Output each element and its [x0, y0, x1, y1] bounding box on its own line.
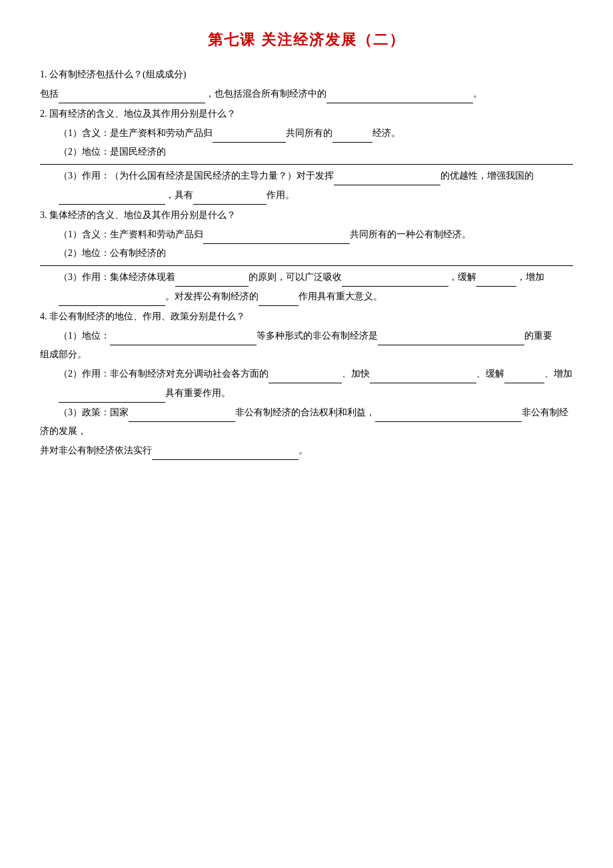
q2-blank5	[193, 185, 267, 205]
q4-blank5	[504, 364, 544, 383]
q4-blank1	[110, 326, 257, 345]
q2-heading: 2. 国有经济的含义、地位及其作用分别是什么？	[40, 105, 573, 123]
q3-heading: 3. 集体经济的含义、地位及其作用分别是什么？	[40, 206, 573, 225]
q4-3: （3）政策：国家 非公有制经济的合法权利和利益， 非公有制经济的发展，	[40, 403, 573, 441]
q4-2: （2）作用：非公有制经济对充分调动社会各方面的 、加快 、缓解 、增加	[40, 364, 573, 383]
q4-blank6	[59, 383, 165, 403]
q2-2: （2）地位：是国民经济的	[40, 143, 573, 161]
q3-blank1	[203, 225, 350, 244]
q3-blank5	[59, 287, 165, 306]
q2-1: （1）含义：是生产资料和劳动产品归 共同所有的 经济。	[40, 123, 573, 143]
q3-blank2	[175, 267, 249, 287]
q4-2b: 具有重要作用。	[40, 383, 573, 403]
q4-blank3	[269, 364, 342, 383]
q1-blank1	[59, 84, 205, 103]
page-title: 第七课 关注经济发展（二）	[40, 27, 573, 53]
q3-2-divider	[40, 265, 573, 266]
q3-3: （3）作用：集体经济体现着 的原则，可以广泛吸收 ，缓解 ，增加	[40, 267, 573, 287]
q2-3: （3）作用：（为什么国有经济是国民经济的主导力量？）对于发挥 的优越性，增强我国…	[40, 166, 573, 185]
q4-blank2	[378, 326, 524, 345]
q2-blank4	[59, 185, 165, 205]
q2-3b: ，具有 作用。	[40, 185, 573, 205]
main-content: 1. 公有制经济包括什么？(组成成分) 包括 ，也包括混合所有制经济中的 。 2…	[40, 65, 573, 460]
q4-blank7	[129, 403, 235, 422]
q4-blank8	[375, 403, 522, 422]
q4-1: （1）地位： 等多种形式的非公有制经济是 的重要	[40, 326, 573, 345]
q4-blank9	[152, 441, 299, 460]
q1-answer: 包括 ，也包括混合所有制经济中的 。	[40, 84, 573, 103]
q3-1: （1）含义：生产资料和劳动产品归 共同所有的一种公有制经济。	[40, 225, 573, 244]
q4-blank4	[370, 364, 476, 383]
page-container: 第七课 关注经济发展（二） 1. 公有制经济包括什么？(组成成分) 包括 ，也包…	[40, 27, 573, 460]
q3-3b: 。对发挥公有制经济的 作用具有重大意义。	[40, 287, 573, 306]
q4-1b: 组成部分。	[40, 345, 573, 364]
question-4: 4. 非公有制经济的地位、作用、政策分别是什么？ （1）地位： 等多种形式的非公…	[40, 307, 573, 460]
question-2: 2. 国有经济的含义、地位及其作用分别是什么？ （1）含义：是生产资料和劳动产品…	[40, 105, 573, 205]
q3-2: （2）地位：公有制经济的	[40, 244, 573, 263]
q2-2-divider	[40, 164, 573, 165]
q3-blank6	[259, 287, 299, 306]
question-3: 3. 集体经济的含义、地位及其作用分别是什么？ （1）含义：生产资料和劳动产品归…	[40, 206, 573, 306]
q3-blank3	[342, 267, 448, 287]
q2-blank3	[334, 166, 440, 185]
q2-blank1	[213, 123, 286, 143]
q1-blank2	[326, 84, 473, 103]
q1-heading: 1. 公有制经济包括什么？(组成成分)	[40, 65, 573, 84]
question-1: 1. 公有制经济包括什么？(组成成分) 包括 ，也包括混合所有制经济中的 。	[40, 65, 573, 103]
q2-blank2	[332, 123, 372, 143]
q4-heading: 4. 非公有制经济的地位、作用、政策分别是什么？	[40, 307, 573, 326]
q3-blank4	[476, 267, 516, 287]
q4-3b: 并对非公有制经济依法实行 。	[40, 441, 573, 460]
